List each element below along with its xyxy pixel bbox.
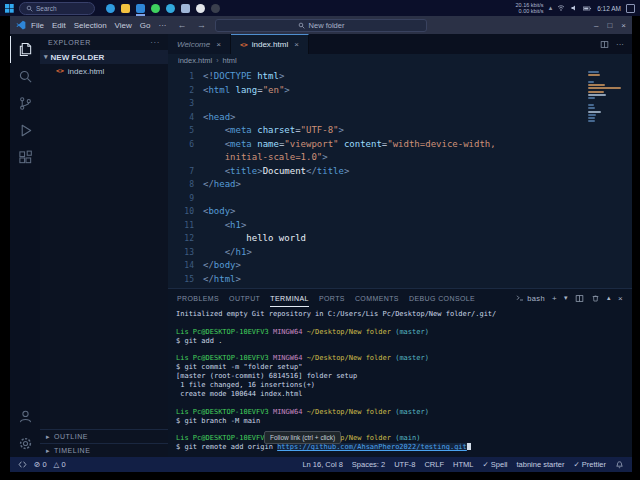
sidebar-bottom-sections: ▸OUTLINE▸TIMELINE (40, 429, 168, 457)
minimize-button[interactable]: – (594, 21, 598, 30)
problems-errors[interactable]: ⊘ 0 (34, 460, 47, 469)
close-tab-icon[interactable]: × (216, 40, 221, 49)
terminal-dropdown-icon[interactable]: ▾ (564, 294, 568, 302)
editor-more-actions-icon[interactable]: ··· (616, 40, 624, 49)
command-center-search[interactable]: New folder (215, 19, 427, 32)
panel-tab-problems[interactable]: PROBLEMS (177, 289, 219, 307)
start-button[interactable] (5, 4, 14, 13)
status-item--prettier[interactable]: ✓ Prettier (573, 460, 606, 469)
breadcrumb-item[interactable]: index.html (178, 56, 212, 65)
taskbar-app-chrome[interactable] (196, 4, 205, 13)
clock[interactable]: 6:12 AM (597, 5, 621, 12)
battery-icon[interactable] (583, 4, 592, 13)
activity-settings-icon[interactable] (10, 430, 40, 457)
activity-account-icon[interactable] (10, 403, 40, 430)
taskbar-app-file-explorer[interactable] (121, 4, 130, 13)
taskbar-app-vscode[interactable] (136, 4, 145, 13)
terminal[interactable]: Initialized empty Git repository in C:/U… (168, 307, 632, 457)
menu-selection[interactable]: Selection (70, 21, 111, 30)
panel-tab-debug-console[interactable]: DEBUG CONSOLE (409, 289, 475, 307)
shell-selector[interactable]: bash (516, 294, 545, 303)
vscode-logo-icon (16, 20, 26, 30)
maximize-button[interactable]: □ (607, 21, 612, 30)
menu-go[interactable]: Go (136, 21, 155, 30)
maximize-panel-icon[interactable]: ▴ (607, 294, 611, 302)
panel-tab-output[interactable]: OUTPUT (229, 289, 260, 307)
status-item-ln-16-col-8[interactable]: Ln 16, Col 8 (302, 460, 342, 469)
split-terminal-icon[interactable] (575, 294, 584, 303)
activity-extensions-icon[interactable] (10, 144, 40, 171)
sidebar-section-timeline[interactable]: ▸TIMELINE (40, 443, 168, 457)
file-item[interactable]: <>index.html (40, 64, 168, 78)
notification-center-icon[interactable] (626, 4, 635, 13)
problems-warnings[interactable]: △ 0 (54, 460, 66, 469)
terminal-line (176, 426, 624, 435)
breadcrumb-item[interactable]: html (223, 56, 237, 65)
folder-root[interactable]: ▾ NEW FOLDER (40, 50, 168, 64)
explorer-more-actions-icon[interactable]: ··· (150, 38, 160, 47)
code-text: </body> (203, 259, 241, 273)
code-text: <title>Document</title> (203, 165, 349, 179)
line-number: 5 (168, 124, 203, 138)
close-tab-icon[interactable]: × (294, 40, 299, 49)
speaker-icon[interactable] (570, 4, 578, 12)
code-editor[interactable]: 1<!DOCTYPE html>2<html lang="en">34<head… (168, 67, 632, 288)
line-number: 11 (168, 219, 203, 233)
status-item-utf-8[interactable]: UTF-8 (394, 460, 415, 469)
status-item-crlf[interactable]: CRLF (424, 460, 444, 469)
section-label: OUTLINE (54, 433, 88, 440)
tab-index-html[interactable]: <>index.html× (231, 34, 309, 54)
taskbar-app-word[interactable] (181, 4, 190, 13)
panel-tab-terminal[interactable]: TERMINAL (270, 289, 309, 307)
menu-overflow[interactable]: ··· (154, 21, 170, 30)
close-panel-icon[interactable]: × (618, 294, 623, 303)
remote-indicator-icon[interactable] (18, 460, 27, 469)
notifications-bell-icon[interactable] (615, 460, 624, 469)
activity-source-control-icon[interactable] (10, 90, 40, 117)
terminal-line (176, 399, 624, 408)
activity-search-icon[interactable] (10, 63, 40, 90)
search-icon (26, 5, 33, 12)
new-terminal-icon[interactable]: + (552, 294, 557, 303)
code-line: 15</html> (168, 273, 632, 287)
status-item--spell[interactable]: ✓ Spell (482, 460, 507, 469)
terminal-line: $ git branch -M main (176, 417, 624, 426)
status-item-html[interactable]: HTML (453, 460, 473, 469)
code-text: </head> (203, 178, 241, 192)
panel-tab-comments[interactable]: COMMENTS (355, 289, 399, 307)
activity-bar (10, 34, 40, 457)
tab-welcome[interactable]: Welcome× (168, 34, 231, 54)
menu-view[interactable]: View (111, 21, 136, 30)
line-number: 4 (168, 111, 203, 125)
activity-explorer-icon[interactable] (10, 36, 40, 63)
status-item-tabnine-starter[interactable]: tabnine starter (517, 460, 565, 469)
nav-arrows[interactable]: ← → (177, 20, 210, 30)
line-number: 10 (168, 205, 203, 219)
taskbar-app-telegram[interactable] (166, 4, 175, 13)
editor-tabs: Welcome×<>index.html× ··· (168, 34, 632, 54)
html-file-icon: <> (240, 41, 248, 49)
tray-expand-icon[interactable]: ▴ (549, 4, 553, 12)
panel-tab-ports[interactable]: PORTS (319, 289, 345, 307)
code-text: </html> (203, 273, 241, 287)
breadcrumb[interactable]: index.html›html (168, 54, 632, 67)
close-button[interactable]: × (621, 21, 626, 30)
menu-file[interactable]: File (27, 21, 48, 30)
code-text: <meta charset="UTF-8"> (203, 124, 344, 138)
activity-run-debug-icon[interactable] (10, 117, 40, 144)
taskbar-app-edge[interactable] (106, 4, 115, 13)
code-line: 1<!DOCTYPE html> (168, 70, 632, 84)
wifi-icon[interactable] (557, 4, 565, 12)
taskbar-search[interactable]: Search (19, 2, 95, 15)
taskbar-app-obs[interactable] (211, 4, 220, 13)
sidebar-section-outline[interactable]: ▸OUTLINE (40, 429, 168, 443)
menu-edit[interactable]: Edit (48, 21, 70, 30)
minimap[interactable] (588, 71, 624, 124)
terminal-line: $ git remote add origin https://github.c… (176, 443, 624, 452)
editor-group: Welcome×<>index.html× ··· index.html›htm… (168, 34, 632, 457)
status-item-spaces-2[interactable]: Spaces: 2 (352, 460, 385, 469)
taskbar-app-whatsapp[interactable] (151, 4, 160, 13)
system-tray: 20.16 kbit/s 0.00 kbit/s ▴ 6:12 AM (515, 2, 635, 15)
split-editor-icon[interactable] (600, 40, 609, 49)
kill-terminal-trash-icon[interactable] (591, 294, 600, 303)
